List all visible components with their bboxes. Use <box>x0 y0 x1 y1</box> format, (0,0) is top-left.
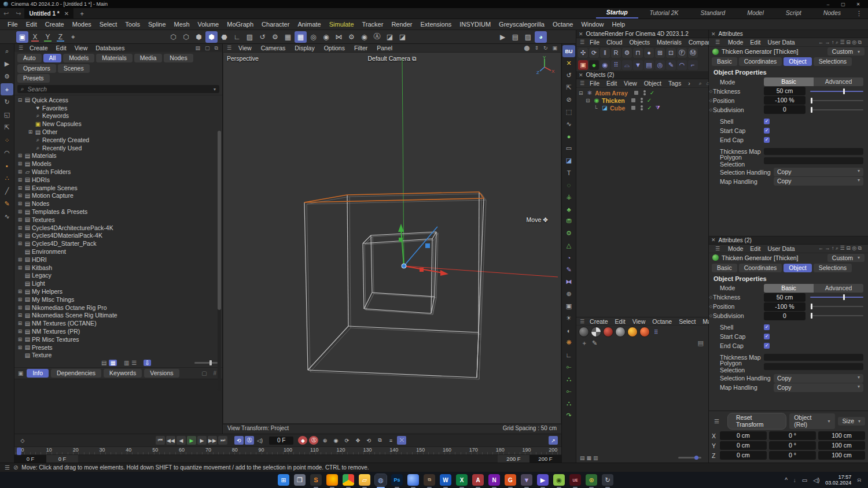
filter-tab[interactable]: All <box>43 54 62 62</box>
expander-icon[interactable] <box>17 177 23 183</box>
taskbar-app-icon[interactable] <box>407 474 419 486</box>
record-button[interactable]: ⤫ <box>397 436 406 445</box>
close-panel-icon[interactable]: ✕ <box>711 237 716 243</box>
expander-icon[interactable] <box>17 97 23 103</box>
taskbar-app-icon[interactable]: W <box>440 474 451 486</box>
menu-item[interactable]: Render <box>387 20 416 29</box>
attr-menu-mode[interactable]: Mode <box>724 39 746 46</box>
layout-tab[interactable]: Tutorial 2K <box>639 9 689 18</box>
menu-item[interactable]: Create <box>41 20 68 29</box>
range-end-field[interactable]: 200 F <box>498 455 529 463</box>
taskbar-app-icon[interactable]: A <box>472 474 484 486</box>
current-frame-field[interactable]: 0 F <box>269 437 293 445</box>
taskbar-app-icon[interactable]: ◍ <box>375 474 387 486</box>
tree-item[interactable]: HDRIs <box>14 176 222 184</box>
tab-basic[interactable]: Basic <box>712 57 737 66</box>
tool-icon[interactable]: ◱ <box>1 109 13 121</box>
rail-tool-icon[interactable]: ◐ <box>562 324 575 337</box>
tree-item[interactable]: My Helpers <box>14 287 222 295</box>
toolbar-icon[interactable]: ⬢ <box>205 31 218 43</box>
keyframe-dot-icon[interactable]: ◇ <box>709 295 713 300</box>
menu-item[interactable]: Extensions <box>416 20 455 29</box>
download-assets-icon[interactable]: ⇩ <box>144 360 150 366</box>
tray-clock[interactable]: 17:57 03.02.2024 <box>825 474 851 486</box>
tab-info[interactable]: Info <box>27 369 49 378</box>
tool-icon[interactable]: ∿ <box>1 210 13 223</box>
tab-coordinates[interactable]: Coordinates <box>739 57 782 66</box>
tool-icon[interactable]: + <box>1 83 13 95</box>
menu-item[interactable]: Select <box>95 20 122 29</box>
transform-mode-dropdown[interactable]: Object (Rel)▾ <box>789 413 834 429</box>
menu-item[interactable]: Octane <box>549 20 577 29</box>
attr-menu-userdata[interactable]: User Data <box>764 245 798 252</box>
position-slider[interactable] <box>810 100 863 101</box>
material-thumbnail[interactable] <box>603 327 613 337</box>
tool-icon[interactable]: ◠ <box>1 147 13 159</box>
menu-view[interactable]: View <box>234 45 256 51</box>
close-tab-icon[interactable]: ✕ <box>64 10 69 17</box>
objects-menu-file[interactable]: File <box>586 80 603 87</box>
tree-item[interactable]: NM Textures (PR) <box>14 327 222 335</box>
expander-icon[interactable] <box>17 209 23 215</box>
range-end-field2[interactable]: 200 F <box>529 455 561 463</box>
enable-check-icon[interactable]: ✓ <box>647 97 652 103</box>
keyframe-dot-icon[interactable]: ◇ <box>709 89 713 94</box>
expander-icon[interactable] <box>17 169 23 175</box>
map-handling-dropdown[interactable]: Copy▾ <box>774 177 863 186</box>
expander-icon[interactable] <box>17 241 23 246</box>
filter-tab-presets[interactable]: Presets <box>17 74 50 83</box>
tree-item[interactable]: Cycles4DMaterialPack-4K <box>14 232 222 240</box>
taskbar-app-icon[interactable]: N <box>488 474 500 486</box>
tab-selections[interactable]: Selections <box>814 57 852 66</box>
layout-menu-icon[interactable]: ⋮ <box>856 10 868 17</box>
thickness-map-field[interactable] <box>764 148 863 155</box>
status-burger-icon[interactable]: ☰ <box>5 464 10 471</box>
close-button[interactable]: ✕ <box>851 2 866 7</box>
rail-tool-icon[interactable]: ▣ <box>562 300 575 312</box>
tray-volume-icon[interactable]: ◁) <box>813 477 819 483</box>
tree-item[interactable]: Texture <box>14 352 222 359</box>
tab-object[interactable]: Object <box>784 264 811 272</box>
tree-item[interactable]: Cycles4D_Starter_Pack <box>14 239 222 247</box>
octane-tool-icon[interactable]: ⠿ <box>611 60 621 70</box>
filter-tab[interactable]: Auto <box>17 54 42 62</box>
startcap-checkbox[interactable]: ✓ <box>764 334 770 339</box>
object-row-cube[interactable]: └ ◪ Cube ✓ ⧩ <box>576 104 708 112</box>
filter-tab[interactable]: Models <box>63 54 94 62</box>
attr-menu-mode[interactable]: Mode <box>724 245 746 252</box>
close-panel-icon[interactable]: ✕ <box>711 31 716 37</box>
toolbar-icon[interactable]: Ⓐ <box>371 31 383 43</box>
toolbar-icon[interactable]: ▶ <box>496 31 509 43</box>
scale-input[interactable]: 100 cm <box>818 431 865 440</box>
expander-icon[interactable] <box>17 193 23 198</box>
toolbar-icon[interactable]: ⚙ <box>345 31 358 43</box>
viewport-grab-icon[interactable]: ⬤ <box>522 45 531 51</box>
menu-filter[interactable]: Filter <box>350 45 372 51</box>
transport-button[interactable]: ▶▶ <box>208 436 217 445</box>
thickness-input[interactable]: 50 cm <box>764 293 806 302</box>
viewport-canvas[interactable]: Perspective Default Camera ⧉ <box>223 52 561 424</box>
tree-item[interactable]: Example Scenes <box>14 184 222 192</box>
tree-item[interactable]: Environment <box>14 247 222 256</box>
rail-tool-icon[interactable]: ⚶ <box>562 191 575 203</box>
octane-tool-icon[interactable]: ◎ <box>655 60 665 70</box>
keyframe-dot-icon[interactable]: ◇ <box>709 98 713 103</box>
rail-tool-icon[interactable]: ⛃ <box>562 215 575 227</box>
octane-tool-icon[interactable]: Ⓜ <box>688 48 698 58</box>
subdivision-input[interactable]: 0 <box>764 312 806 320</box>
expander-icon[interactable] <box>17 320 23 326</box>
tree-item[interactable]: Favorites <box>14 104 222 112</box>
mode-advanced-button[interactable]: Advanced <box>814 77 863 86</box>
tree-item[interactable]: Templates & Presets <box>14 208 222 216</box>
toolbar-icon[interactable]: ▤ <box>509 31 521 43</box>
octane-burger-icon[interactable]: ☰ <box>578 39 586 45</box>
rail-tool-icon[interactable]: ▭ <box>562 142 575 154</box>
transport-button[interactable]: ◀◀ <box>166 436 175 445</box>
taskbar-app-icon[interactable]: ▼ <box>521 474 532 486</box>
objects-search-icon[interactable]: ⌕ <box>697 80 704 87</box>
expander-icon[interactable] <box>17 153 23 158</box>
toolbar-icon[interactable] <box>80 31 167 43</box>
keyframe-diamond-icon[interactable]: ◇ <box>18 436 27 445</box>
octane-menu-objects[interactable]: Objects <box>626 39 653 46</box>
expander-icon[interactable] <box>17 217 23 223</box>
